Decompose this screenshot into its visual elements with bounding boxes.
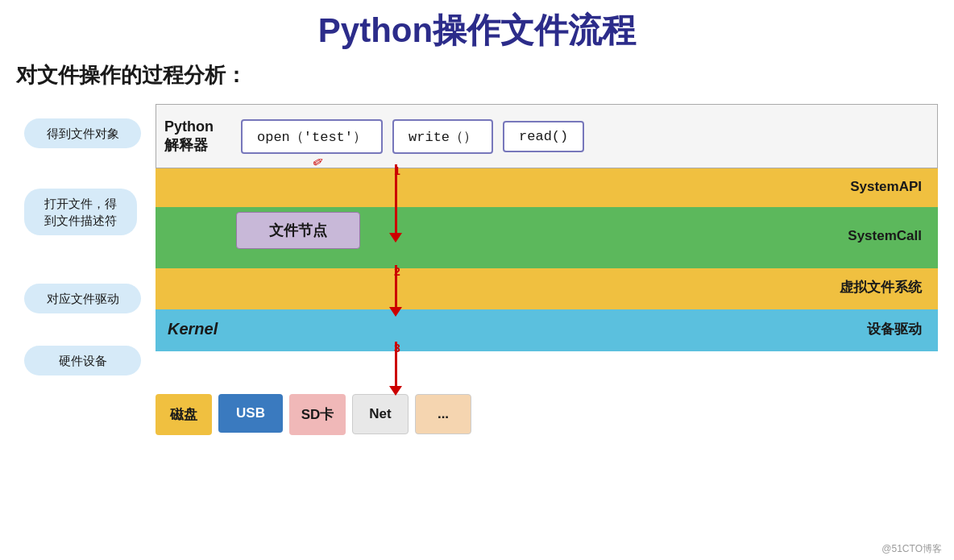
hw-sd: SD卡 xyxy=(289,394,346,435)
device-driver-label: 设备驱动 xyxy=(867,320,922,338)
hw-net: Net xyxy=(352,394,409,434)
arrow-2-number: 2 xyxy=(394,265,400,278)
sub-title: 对文件操作的过程分析： xyxy=(16,61,938,89)
python-layer: Python 解释器 open（'test'） write（） read() xyxy=(156,104,938,168)
label-get-file: 得到文件对象 xyxy=(24,118,141,148)
systemapi-label: SystemAPI xyxy=(850,179,922,195)
syscall-label: SystemCall xyxy=(848,228,922,244)
diagram-area: 得到文件对象 打开文件，得到文件描述符 对应文件驱动 硬件设备 Python 解… xyxy=(24,104,938,491)
vfs-layer: 虚拟文件系统 xyxy=(156,265,938,309)
hardware-layer: 磁盘 USB SD卡 Net ... xyxy=(156,390,938,471)
main-title: Python操作文件流程 xyxy=(16,8,938,53)
func-read: read() xyxy=(503,121,584,152)
label-open-file: 打开文件，得到文件描述符 xyxy=(24,189,137,235)
python-functions: open（'test'） write（） read() xyxy=(241,119,937,154)
func-open: open（'test'） xyxy=(241,119,383,154)
python-label: Python 解释器 xyxy=(164,118,233,156)
stack-container: Python 解释器 open（'test'） write（） read() ✏… xyxy=(156,104,938,491)
hw-usb: USB xyxy=(218,394,283,433)
left-labels: 得到文件对象 打开文件，得到文件描述符 对应文件驱动 硬件设备 xyxy=(24,104,141,491)
label-hardware: 硬件设备 xyxy=(24,346,141,375)
arrow-3: 3 xyxy=(389,342,402,396)
hw-dots: ... xyxy=(415,394,471,434)
label-file-driver: 对应文件驱动 xyxy=(24,284,141,313)
arrow-2: 2 xyxy=(389,265,402,317)
arrow-1-number: 1 xyxy=(394,164,400,177)
kernel-layer: Kernel 设备驱动 xyxy=(156,307,938,351)
kernel-label: Kernel xyxy=(168,320,218,338)
systemapi-layer: SystemAPI xyxy=(156,167,938,207)
vfs-label: 虚拟文件系统 xyxy=(840,278,922,297)
main-container: Python操作文件流程 对文件操作的过程分析： 得到文件对象 打开文件，得到文… xyxy=(0,0,954,560)
arrow-1: 1 xyxy=(389,164,402,243)
func-write: write（） xyxy=(392,119,493,154)
hw-disk: 磁盘 xyxy=(156,394,212,435)
arrow-3-number: 3 xyxy=(394,342,400,355)
file-node-box: 文件节点 xyxy=(236,212,360,249)
watermark: @51CTO博客 xyxy=(881,542,942,556)
